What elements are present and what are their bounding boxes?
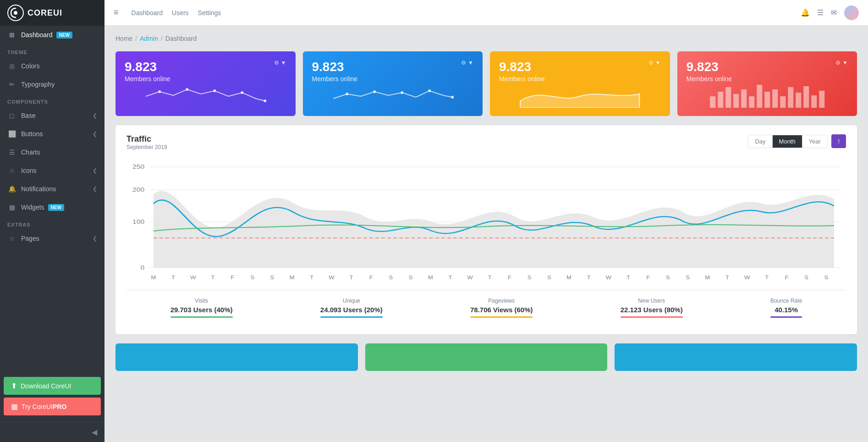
sidebar-item-typography[interactable]: ✏ Typography [0, 75, 104, 94]
list-icon[interactable]: ☰ [817, 8, 824, 17]
svg-rect-23 [796, 93, 801, 108]
svg-text:M: M [705, 275, 710, 280]
stat-card-red: 9.823 Members online ⚙ ▼ [677, 51, 857, 116]
visits-bar [170, 316, 233, 318]
chart-stats: Visits 29.703 Users (40%) Unique 24.093 … [126, 290, 846, 325]
stat-cards-grid: 9.823 Members online ⚙ ▼ [115, 51, 857, 116]
try-pro-button[interactable]: ▦ Try CoreUIPRO [4, 398, 101, 415]
breadcrumb-admin[interactable]: Admin [140, 35, 158, 42]
notifications-arrow-icon: ❮ [93, 186, 97, 192]
sidebar-item-dashboard[interactable]: ⊞ Dashboard NEW [0, 26, 104, 44]
topnav-link-dashboard[interactable]: Dashboard [132, 9, 163, 17]
sidebar-item-notifications[interactable]: 🔔 Notifications ❮ [0, 180, 104, 198]
svg-text:W: W [744, 275, 750, 280]
stat-controls-purple[interactable]: ⚙ ▼ [274, 60, 286, 66]
svg-point-1 [14, 11, 17, 15]
charts-icon: ☰ [7, 149, 16, 156]
svg-rect-15 [733, 94, 739, 108]
sidebar-item-colors[interactable]: ◎ Colors [0, 57, 104, 75]
sidebar-item-icons[interactable]: ☆ Icons ❮ [0, 161, 104, 180]
sidebar-item-widgets[interactable]: ▦ Widgets NEW [0, 198, 104, 216]
download-coreui-button[interactable]: ⬆ Download CoreUI [4, 377, 101, 395]
sidebar: COREUI ⊞ Dashboard NEW THEME ◎ Colors ✏ … [0, 0, 104, 442]
gear-icon-purple: ⚙ [274, 60, 279, 66]
unique-label: Unique [320, 298, 383, 304]
colors-icon: ◎ [7, 62, 16, 70]
topnav-right: 🔔 ☰ ✉ [801, 6, 859, 20]
traffic-header: Traffic September 2019 Day Month Year ↑ [126, 134, 846, 150]
gear-icon-blue: ⚙ [461, 60, 466, 66]
stat-value-red: 9.823 [687, 60, 732, 74]
mail-icon[interactable]: ✉ [831, 8, 837, 17]
pro-label: Try CoreUIPRO [22, 403, 66, 410]
notifications-icon: 🔔 [7, 185, 16, 193]
svg-rect-22 [788, 87, 793, 108]
svg-text:T: T [587, 275, 591, 280]
topnav-link-users[interactable]: Users [172, 9, 189, 17]
stat-controls-blue[interactable]: ⚙ ▼ [461, 60, 473, 66]
svg-point-9 [401, 91, 403, 94]
stat-controls-red[interactable]: ⚙ ▼ [835, 60, 848, 66]
sidebar-item-base[interactable]: ◻ Base ❮ [0, 106, 104, 125]
svg-text:F: F [646, 275, 650, 280]
svg-text:S: S [666, 275, 670, 280]
month-button[interactable]: Month [773, 135, 802, 148]
dropdown-icon-purple: ▼ [281, 60, 286, 66]
day-button[interactable]: Day [748, 135, 772, 148]
svg-rect-19 [764, 92, 770, 108]
bell-icon[interactable]: 🔔 [801, 8, 810, 17]
stat-label-yellow: Members online [499, 75, 545, 83]
traffic-card: Traffic September 2019 Day Month Year ↑ [115, 125, 857, 334]
pages-icon: ☆ [7, 235, 16, 242]
widgets-badge: NEW [48, 204, 64, 211]
stat-controls-yellow[interactable]: ⚙ ▼ [648, 60, 661, 66]
bottom-cards [115, 343, 857, 371]
pageviews-label: Pageviews [470, 298, 533, 304]
avatar[interactable] [844, 6, 859, 20]
sidebar-item-pages[interactable]: ☆ Pages ❮ [0, 229, 104, 248]
dropdown-icon-blue: ▼ [468, 60, 473, 66]
breadcrumb: Home / Admin / Dashboard [115, 35, 857, 42]
pro-icon: ▦ [11, 402, 18, 411]
buttons-label: Buttons [21, 130, 43, 138]
pages-label: Pages [21, 235, 39, 242]
svg-point-8 [373, 90, 376, 93]
svg-text:S: S [250, 275, 254, 280]
sidebar-item-buttons[interactable]: ⬜ Buttons ❮ [0, 125, 104, 143]
svg-rect-21 [780, 96, 786, 108]
svg-text:T: T [626, 275, 630, 280]
svg-rect-26 [819, 91, 824, 108]
app-logo: COREUI [27, 8, 62, 18]
stat-value-blue: 9.823 [312, 60, 358, 74]
stat-value-yellow: 9.823 [499, 60, 545, 74]
svg-text:W: W [467, 275, 473, 280]
year-button[interactable]: Year [802, 135, 827, 148]
hamburger-button[interactable]: ≡ [114, 8, 119, 17]
extras-section-title: EXTRAS [0, 216, 104, 229]
svg-text:S: S [270, 275, 275, 280]
chart-stat-new-users: New Users 22.123 Users (80%) [621, 298, 683, 318]
notifications-label: Notifications [21, 185, 56, 193]
chart-stat-bounce-rate: Bounce Rate 40.15% [770, 298, 802, 318]
chart-stat-visits: Visits 29.703 Users (40%) [170, 298, 233, 318]
svg-point-7 [346, 93, 348, 95]
breadcrumb-sep2: / [161, 35, 163, 42]
breadcrumb-home[interactable]: Home [115, 35, 132, 42]
upload-button[interactable]: ↑ [831, 134, 846, 148]
bottom-card-1 [115, 343, 358, 371]
chart-stat-unique: Unique 24.093 Users (20%) [320, 298, 383, 318]
pageviews-value: 78.706 Views (60%) [470, 306, 533, 314]
bounce-rate-value: 40.15% [770, 306, 802, 314]
svg-rect-12 [710, 96, 715, 108]
topnav-link-settings[interactable]: Settings [198, 9, 221, 17]
sidebar-collapse-button[interactable]: ◀ [0, 422, 104, 442]
stat-chart-red [687, 83, 848, 108]
sidebar-item-charts[interactable]: ☰ Charts [0, 143, 104, 161]
widgets-icon: ▦ [7, 204, 16, 211]
gear-icon-yellow: ⚙ [648, 60, 654, 66]
bounce-rate-label: Bounce Rate [770, 298, 802, 304]
stat-label-blue: Members online [312, 75, 358, 83]
svg-text:S: S [686, 275, 690, 280]
svg-text:S: S [804, 275, 808, 280]
traffic-subtitle: September 2019 [126, 144, 167, 150]
